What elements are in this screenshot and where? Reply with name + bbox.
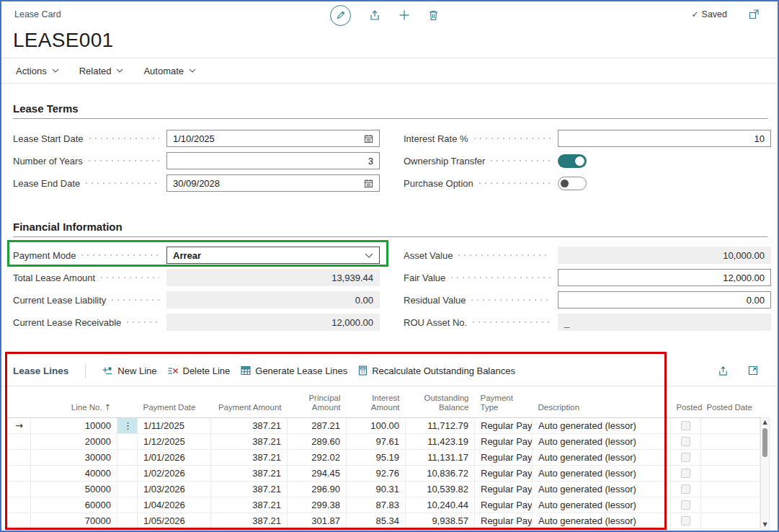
header-payment-amount[interactable]: Payment Amount [211,386,288,417]
row-menu-icon[interactable]: ⋮ [117,417,138,433]
cell-description[interactable]: Auto generated (lessor) [533,449,671,465]
cell-line_no[interactable]: 30000 [31,449,117,465]
cell-payment_type[interactable]: Regular Pay... [475,433,533,449]
lease-end-date-input[interactable]: 30/09/2028 [166,174,380,192]
cell-payment_amount[interactable]: 387.21 [211,465,288,481]
scrollbar-thumb[interactable] [762,428,767,457]
cell-outstanding_balance[interactable]: 10,240.44 [406,497,475,513]
scroll-up-icon[interactable]: ▲ [761,418,769,427]
recalculate-outstanding-balances-button[interactable]: Recalculate Outstanding Balances [358,365,515,376]
cell-line_no[interactable]: 10000 [31,417,117,433]
payment-mode-dropdown[interactable]: Arrear [166,247,380,264]
cell-posted_date[interactable] [701,433,760,449]
cell-posted_date[interactable] [701,417,760,433]
cell-line_no[interactable]: 70000 [31,513,117,528]
cell-posted_date[interactable] [701,481,760,497]
cell-interest_amount[interactable]: 95.19 [347,449,406,465]
cell-posted_date[interactable] [701,497,760,513]
cell-payment_date[interactable]: 1/11/2025 [138,417,211,433]
cell-principal_amount[interactable]: 296.90 [288,481,347,497]
cell-description[interactable]: Auto generated (lessor) [533,497,671,513]
header-description[interactable]: Description [533,386,671,417]
share-button[interactable] [369,9,380,21]
cell-description[interactable]: Auto generated (lessor) [533,481,671,497]
cell-line_no[interactable]: 20000 [31,433,117,449]
cell-payment_type[interactable]: Regular Pay... [475,465,533,481]
cell-outstanding_balance[interactable]: 11,712.79 [406,417,475,433]
edit-button[interactable] [330,5,351,26]
calendar-icon[interactable] [364,179,373,188]
cell-line_no[interactable]: 60000 [31,497,117,513]
cell-payment_type[interactable]: Regular Pay... [475,417,533,433]
row-menu-icon[interactable] [117,513,138,528]
posted-checkbox[interactable] [671,433,701,449]
posted-checkbox[interactable] [671,417,701,433]
new-line-button[interactable]: New Line [102,365,156,376]
cell-interest_amount[interactable]: 85.34 [347,513,406,528]
cell-payment_date[interactable]: 1/02/2026 [138,465,211,481]
posted-checkbox[interactable] [671,465,701,481]
cell-interest_amount[interactable]: 87.83 [347,497,406,513]
cell-payment_type[interactable]: Regular Pay... [475,481,533,497]
cell-payment_type[interactable]: Regular Pay... [475,449,533,465]
cell-payment_amount[interactable]: 387.21 [211,513,288,528]
popout-button[interactable] [749,9,760,19]
row-menu-icon[interactable] [117,433,138,449]
posted-checkbox[interactable] [671,497,701,513]
new-record-button[interactable] [399,9,410,21]
row-menu-icon[interactable] [117,465,138,481]
cell-payment_amount[interactable]: 387.21 [211,481,288,497]
cell-principal_amount[interactable]: 301.87 [288,513,347,528]
delete-line-button[interactable]: Delete Line [168,365,231,376]
cell-interest_amount[interactable]: 100.00 [347,417,406,433]
posted-checkbox[interactable] [671,481,701,497]
table-scrollbar[interactable]: ▲ ▼ [760,417,770,530]
menu-automate[interactable]: Automate [143,66,196,76]
cell-payment_date[interactable]: 1/04/2026 [138,497,211,513]
cell-payment_date[interactable]: 1/01/2026 [138,449,211,465]
header-posted-date[interactable]: Posted Date [701,386,760,417]
ownership-transfer-toggle[interactable] [558,154,587,168]
cell-payment_type[interactable]: Regular Pay... [475,497,533,513]
cell-outstanding_balance[interactable]: 9,938.57 [406,513,475,528]
cell-line_no[interactable]: 40000 [31,465,117,481]
lease-start-date-input[interactable]: 1/10/2025 [166,130,380,147]
cell-outstanding_balance[interactable]: 11,423.19 [406,433,475,449]
cell-principal_amount[interactable]: 294.45 [288,465,347,481]
cell-outstanding_balance[interactable]: 11,131.17 [406,449,475,465]
share-lines-button[interactable] [718,365,729,376]
posted-checkbox[interactable] [671,513,701,528]
focus-mode-button[interactable] [748,365,758,376]
cell-payment_amount[interactable]: 387.21 [211,417,288,433]
cell-payment_amount[interactable]: 387.21 [211,433,288,449]
row-menu-icon[interactable] [117,449,138,465]
cell-interest_amount[interactable]: 90.31 [347,481,406,497]
delete-record-button[interactable] [428,9,439,21]
cell-principal_amount[interactable]: 287.21 [288,417,347,433]
residual-value-input[interactable]: 0.00 [558,291,771,309]
menu-actions[interactable]: Actions [16,66,59,76]
cell-principal_amount[interactable]: 292.02 [288,449,347,465]
purchase-option-toggle[interactable] [558,177,587,190]
cell-payment_type[interactable]: Regular Pay... [475,513,533,528]
interest-rate-input[interactable]: 10 [558,130,771,147]
cell-description[interactable]: Auto generated (lessor) [533,465,671,481]
cell-posted_date[interactable] [701,465,760,481]
cell-interest_amount[interactable]: 92.76 [347,465,406,481]
calendar-icon[interactable] [364,134,373,143]
header-interest-amount[interactable]: Interest Amount [347,386,406,417]
cell-payment_date[interactable]: 1/12/2025 [138,433,211,449]
cell-description[interactable]: Auto generated (lessor) [533,513,671,528]
menu-related[interactable]: Related [79,66,124,76]
header-outstanding-balance[interactable]: Outstanding Balance [406,386,475,417]
cell-description[interactable]: Auto generated (lessor) [533,433,671,449]
cell-posted_date[interactable] [701,513,760,528]
posted-checkbox[interactable] [671,449,701,465]
cell-line_no[interactable]: 50000 [31,481,117,497]
fair-value-input[interactable]: 12,000.00 [558,269,771,286]
header-line-no[interactable]: Line No. ↑ [31,386,117,417]
header-payment-date[interactable]: Payment Date [138,386,211,417]
number-of-years-input[interactable]: 3 [166,152,380,169]
cell-payment_date[interactable]: 1/05/2026 [138,513,211,528]
header-principal-amount[interactable]: Principal Amount [288,386,347,417]
